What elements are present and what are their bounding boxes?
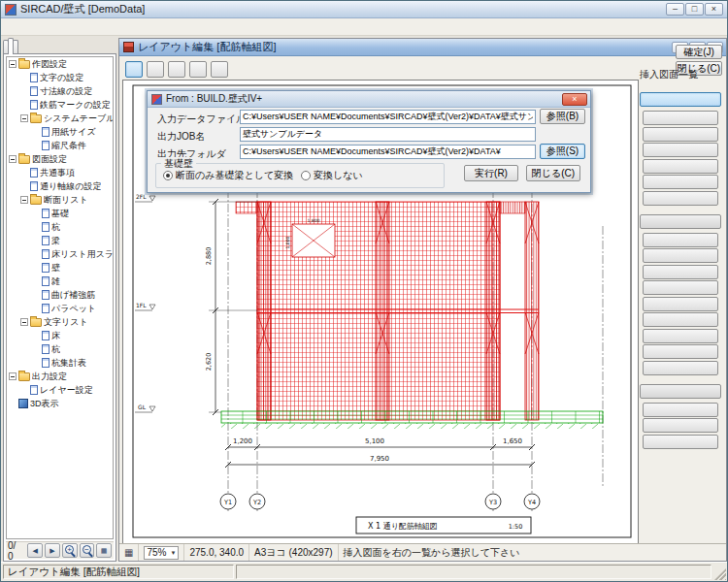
tree-item[interactable]: 鉄筋マークの設定 [7,98,113,112]
toolbar-button[interactable] [125,61,143,78]
insert-drawing-button[interactable] [643,361,718,375]
radio-no-convert[interactable]: 変換しない [301,169,363,182]
toolbar-button[interactable] [189,61,207,78]
insert-drawing-button[interactable] [640,92,721,107]
input-file-field[interactable] [240,110,536,124]
tree-item[interactable]: 基礎 [7,207,113,220]
run-button[interactable]: 実行(R) [464,165,518,181]
tree-item[interactable]: 寸法線の設定 [7,84,113,98]
tree-item[interactable]: 3D表示 [7,397,113,410]
tree-item[interactable]: 文字の設定 [7,71,113,84]
radio-convert-to-foundation-beam[interactable]: 断面のみ基礎梁として変換 [163,169,293,182]
tree-item[interactable]: 梁 [7,234,113,247]
tree-expander-icon[interactable] [32,264,40,272]
insert-drawing-button[interactable] [643,344,718,359]
confirm-button[interactable]: 確定(J) [676,45,722,59]
tree-item[interactable]: 床リスト用スラブ [7,247,113,261]
dialog-close-icon[interactable]: × [562,93,587,106]
tree-expander-icon[interactable] [32,128,40,136]
tree-item[interactable]: 通り軸線の設定 [7,179,113,193]
tree-item[interactable]: 曲げ補強筋 [7,288,113,302]
tree-expander-icon[interactable] [32,142,40,149]
insert-drawing-button[interactable] [643,265,718,279]
toolbar-button[interactable] [168,61,185,78]
menu-item[interactable] [3,25,17,29]
dialog-close-button[interactable]: 閉じる(C) [526,165,580,181]
tree-expander-icon[interactable] [32,359,40,367]
tree-expander-icon[interactable] [20,169,28,177]
tree-expander-icon[interactable] [32,345,40,353]
insert-drawing-button[interactable] [643,280,718,295]
output-folder-field[interactable] [240,145,536,159]
tree-expander-icon[interactable] [20,87,28,95]
insert-drawing-button[interactable] [643,175,718,189]
tree-expander-icon[interactable] [32,305,40,312]
tree-expander-icon[interactable] [32,223,40,231]
tree-item[interactable]: 杭 [7,342,113,356]
prev-page-button[interactable]: ◀ [27,543,43,558]
browse-output-button[interactable]: 参照(S) [540,144,585,159]
menu-item[interactable] [17,25,30,29]
tree-item[interactable]: パラペット [7,302,113,315]
tree-expander-icon[interactable] [9,372,17,380]
menu-item[interactable] [44,25,57,29]
tree-item[interactable]: 共通事項 [7,166,113,179]
insert-drawing-button[interactable] [643,127,718,142]
next-page-button[interactable]: ▶ [45,543,60,558]
insert-drawing-button[interactable] [640,214,721,229]
insert-drawing-button[interactable] [643,312,718,327]
tree-expander-icon[interactable] [20,182,28,190]
sidebar-tab[interactable] [8,38,14,54]
tree-item[interactable]: 文字リスト [7,315,113,329]
insert-drawing-button[interactable] [643,143,718,157]
insert-drawing-button[interactable] [643,297,718,311]
tree-expander-icon[interactable] [9,60,17,68]
menu-item[interactable] [98,25,112,29]
resize-grip[interactable] [714,568,726,580]
menu-item[interactable] [71,25,84,29]
layout-grid-button[interactable]: ▦ [119,544,139,561]
tree-expander-icon[interactable] [20,74,28,81]
toolbar-button[interactable] [211,61,228,78]
tree-expander-icon[interactable] [32,277,40,285]
insert-drawing-button[interactable] [643,191,718,206]
tree-item[interactable]: システムテーブル [7,112,113,125]
tree-item[interactable]: 作図設定 [7,57,113,71]
browse-input-button[interactable]: 参照(B) [540,109,585,124]
tree-expander-icon[interactable] [32,210,40,217]
tree-item[interactable]: 縮尺条件 [7,139,113,152]
output-job-field[interactable] [240,127,536,142]
zoom-select[interactable]: 75% ▼ [144,546,179,560]
tree-expander-icon[interactable] [20,386,28,394]
tree-expander-icon[interactable] [32,291,40,299]
insert-drawing-button[interactable] [643,111,718,125]
tree-item[interactable]: 壁 [7,261,113,275]
tree-expander-icon[interactable] [32,250,40,258]
tree-item[interactable]: 出力設定 [7,370,113,383]
tree-item[interactable]: 断面リスト [7,193,113,207]
insert-drawing-button[interactable] [643,233,718,247]
tree-item[interactable]: 杭 [7,220,113,234]
insert-drawing-button[interactable] [643,418,718,433]
minimize-icon[interactable]: – [666,3,684,16]
insert-drawing-button[interactable] [643,159,718,174]
tree-expander-icon[interactable] [9,155,17,163]
insert-drawing-button[interactable] [643,329,718,343]
zoom-in-button[interactable] [62,543,78,558]
menu-item[interactable] [30,25,44,29]
toolbar-button[interactable] [147,61,164,78]
maximize-icon[interactable]: □ [685,3,704,16]
insert-drawing-button[interactable] [643,403,718,417]
zoom-out-button[interactable] [80,543,95,558]
tree-expander-icon[interactable] [20,114,28,122]
tree-expander-icon[interactable] [20,318,28,326]
menu-item[interactable] [84,25,98,29]
tree-item[interactable]: 用紙サイズ [7,125,113,139]
menu-item[interactable] [57,25,71,29]
tree-item[interactable]: 杭集計表 [7,356,113,370]
tree-expander-icon[interactable] [32,237,40,244]
tree-expander-icon[interactable] [32,332,40,340]
tree-item[interactable]: 床 [7,329,113,342]
tree-expander-icon[interactable] [20,101,28,109]
close-icon[interactable]: × [705,3,723,16]
